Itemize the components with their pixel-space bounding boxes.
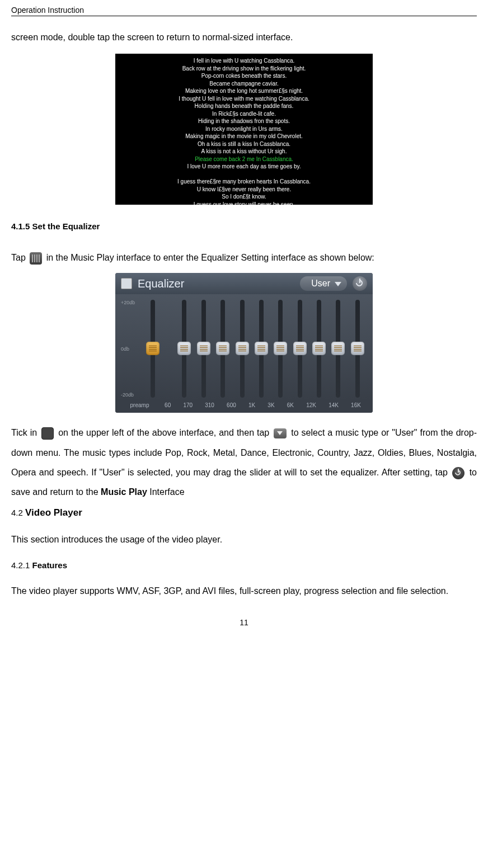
- band-slider[interactable]: [201, 300, 206, 398]
- dropdown-icon: [274, 428, 287, 438]
- freq-label: 16K: [351, 402, 361, 408]
- band-slider[interactable]: [259, 300, 264, 398]
- features-text: The video player supports WMV, ASF, 3GP,…: [11, 581, 477, 601]
- freq-label: 60: [165, 402, 171, 408]
- freq-label: 6K: [287, 402, 294, 408]
- band-slider[interactable]: [317, 300, 321, 398]
- power-button[interactable]: [353, 276, 367, 291]
- page-header: Operation Instruction: [11, 6, 477, 16]
- lyrics-screenshot: I fell in love with U watching Cassblanc…: [115, 54, 373, 205]
- section-42-intro: This section introduces the usage of the…: [11, 530, 477, 549]
- freq-label: 14K: [329, 402, 339, 408]
- heading-42: 4.2 Video Player: [11, 507, 477, 518]
- heading-421: 4.2.1 Features: [11, 560, 477, 570]
- equalizer-instructions: Tick in on the upper left of the above i…: [11, 423, 477, 502]
- freq-label: 3K: [268, 402, 274, 408]
- power-icon: [452, 467, 464, 479]
- freq-label: 12K: [306, 402, 316, 408]
- freq-label: 1K: [248, 402, 255, 408]
- equalizer-title: Equalizer: [138, 277, 184, 290]
- text: Interface: [149, 487, 184, 497]
- band-slider[interactable]: [220, 300, 225, 398]
- band-slider[interactable]: [336, 300, 340, 398]
- band-slider[interactable]: [355, 300, 360, 398]
- band-slider[interactable]: [298, 300, 302, 398]
- band-slider[interactable]: [278, 300, 283, 398]
- enable-checkbox[interactable]: [121, 278, 132, 289]
- text: in the Music Play interface to enter the…: [46, 253, 374, 262]
- equalizer-header: Equalizer User: [115, 273, 373, 294]
- equalizer-screenshot: Equalizer User +20db 0db -20db preamp 60…: [115, 273, 373, 413]
- text: Tick in: [11, 428, 40, 437]
- freq-label: 170: [183, 402, 193, 408]
- heading-415: 4.1.5 Set the Equalizer: [11, 221, 477, 231]
- intro-text: screen mode, double tap the screen to re…: [11, 27, 477, 47]
- checkbox-icon: [41, 427, 54, 440]
- preset-dropdown[interactable]: User: [300, 276, 347, 291]
- lyrics-highlight: Please come back 2 me In Cassblanca.: [121, 155, 367, 163]
- band-slider[interactable]: [182, 300, 186, 398]
- freq-label: 310: [205, 402, 214, 408]
- db-scale: +20db 0db -20db: [121, 300, 135, 398]
- freq-label: 600: [227, 402, 236, 408]
- tap-line: Tap in the Music Play interface to enter…: [11, 248, 477, 267]
- equalizer-icon: [30, 252, 42, 265]
- text: on the upper left of the above interface…: [58, 428, 272, 437]
- preamp-label: preamp: [121, 402, 158, 408]
- preamp-slider[interactable]: [151, 300, 155, 398]
- page-number: 11: [11, 618, 477, 627]
- text-bold: Music Play: [101, 487, 147, 497]
- band-slider[interactable]: [240, 300, 245, 398]
- text: Tap: [11, 253, 28, 262]
